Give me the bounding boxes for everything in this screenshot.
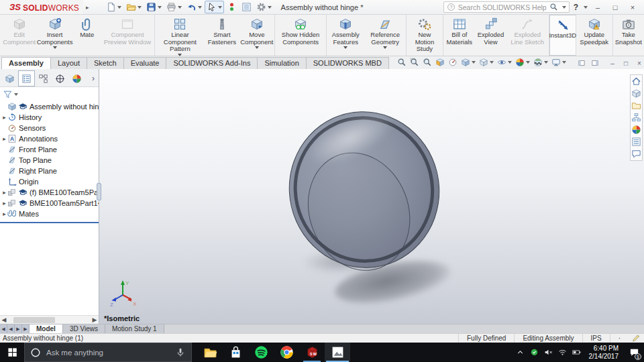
action-center-button[interactable]: 1	[625, 343, 643, 362]
tab-configurationmanager[interactable]	[52, 70, 68, 86]
expander-arrow-icon[interactable]: ▸	[1, 200, 7, 206]
view-palette-button[interactable]	[631, 113, 641, 123]
hide-show-items-button[interactable]	[496, 57, 513, 68]
help-search-box[interactable]: ? Search SOLIDWORKS Help	[443, 1, 570, 13]
minimize-button[interactable]: –	[590, 1, 605, 13]
forum-button[interactable]	[631, 149, 641, 159]
tree-item-top-plane[interactable]: Top Plane	[0, 155, 99, 166]
ribbon-item-linear-component-pattern[interactable]: Linear Component Pattern	[155, 15, 205, 56]
expander-arrow-icon[interactable]: ▸	[1, 135, 7, 142]
photos-app[interactable]	[325, 343, 350, 362]
tree-item-right-plane[interactable]: Right Plane	[0, 166, 99, 176]
battery-button[interactable]	[571, 347, 582, 358]
tree-item-mates[interactable]: ▸ Mates	[0, 208, 99, 219]
command-tab-solidworks-mbd[interactable]: SOLIDWORKS MBD	[306, 57, 389, 69]
rebuild-button[interactable]	[225, 1, 239, 13]
doc-close-button[interactable]: ×	[629, 58, 641, 68]
document-tab-motion-study-1[interactable]: Motion Study 1	[105, 324, 164, 333]
tree-item-origin[interactable]: Origin	[0, 176, 99, 187]
ribbon-item-component-preview-window[interactable]: Component Preview Window	[101, 15, 155, 56]
expander-arrow-icon[interactable]: ▸	[1, 114, 7, 121]
file-explorer-app[interactable]	[197, 343, 223, 362]
home-button[interactable]	[631, 76, 641, 86]
ribbon-item-mate[interactable]: Mate	[74, 15, 101, 56]
ribbon-item-new-motion-study[interactable]: New Motion Study	[407, 15, 444, 56]
panel-expand-chevron-icon[interactable]: ›	[89, 74, 97, 83]
design-library-button[interactable]	[631, 88, 641, 99]
section-view-button[interactable]	[435, 57, 445, 68]
options-button[interactable]	[254, 1, 274, 13]
ribbon-item-move-component[interactable]: Move Component	[239, 15, 275, 56]
file-explorer-pane-button[interactable]	[631, 101, 641, 111]
scroll-thumb[interactable]	[13, 317, 55, 323]
solidworks-app[interactable]: SW	[299, 343, 325, 362]
scroll-left-arrow[interactable]: ◀	[0, 316, 8, 323]
doc-restore-button[interactable]: □	[616, 58, 628, 68]
tray-chevron-button[interactable]	[515, 347, 526, 358]
solidworks-logo[interactable]: ЗS SOLIDWORKS	[0, 0, 83, 14]
cortana-search-box[interactable]: Ask me anything	[24, 343, 192, 362]
ribbon-item-smart-fasteners[interactable]: Smart Fasteners	[205, 15, 239, 56]
start-button[interactable]	[0, 343, 24, 362]
previous-view-button[interactable]	[422, 57, 433, 68]
prev-tab-button[interactable]: ◀	[7, 324, 15, 333]
menu-flyout-arrow-icon[interactable]: ▸	[86, 4, 89, 11]
microphone-icon[interactable]	[175, 347, 186, 358]
graphics-area[interactable]: YXZ *Isometric › Assembly without hinge …	[0, 69, 644, 324]
document-tab-3d-views[interactable]: 3D Views	[63, 324, 105, 333]
tab-propertymanager[interactable]	[35, 70, 52, 86]
ribbon-item-show-hidden-components[interactable]: Show Hidden Components	[275, 15, 326, 56]
ribbon-item-take-snapshot[interactable]: Take Snapshot	[613, 15, 644, 56]
ribbon-item-insert-components[interactable]: Insert Components	[36, 15, 73, 56]
dish-body[interactable]	[274, 97, 455, 283]
help-caret-icon[interactable]	[584, 6, 588, 9]
help-button[interactable]: ?	[572, 3, 580, 12]
volume-muted-button[interactable]	[543, 347, 554, 358]
filter-caret-icon[interactable]	[14, 93, 18, 96]
view-orientation-button[interactable]	[460, 57, 476, 68]
petri-dish-model[interactable]	[285, 108, 445, 274]
apply-scene-button[interactable]	[533, 57, 549, 68]
ribbon-item-exploded-view[interactable]: Exploded View	[475, 15, 506, 56]
print-button[interactable]	[164, 1, 184, 13]
tree-item-annotations[interactable]: ▸ A Annotations	[0, 133, 99, 144]
ribbon-item-reference-geometry[interactable]: Reference Geometry	[365, 15, 407, 56]
document-tab-model[interactable]: Model	[30, 324, 63, 333]
windows-store-app[interactable]	[223, 343, 248, 362]
doc-minimize-button[interactable]: –	[602, 58, 614, 68]
file-properties-button[interactable]	[239, 1, 254, 13]
save-button[interactable]	[144, 1, 164, 13]
panel-splitter-handle[interactable]	[97, 183, 101, 200]
expander-arrow-icon[interactable]: ▸	[1, 189, 7, 196]
close-button[interactable]: ×	[625, 1, 640, 13]
last-tab-button[interactable]: ▶	[22, 324, 30, 333]
scroll-right-arrow[interactable]: ▶	[91, 316, 99, 323]
command-tab-layout[interactable]: Layout	[50, 57, 87, 69]
tree-horizontal-scrollbar[interactable]: ◀ ▶	[0, 315, 99, 324]
wifi-button[interactable]	[557, 347, 568, 358]
command-tab-sketch[interactable]: Sketch	[87, 57, 124, 69]
tree-item-sensors[interactable]: Sensors	[0, 123, 99, 133]
command-tab-assembly[interactable]: Assembly	[1, 57, 51, 69]
view-settings-button[interactable]	[551, 57, 567, 68]
zoom-to-fit-button[interactable]	[396, 57, 407, 68]
tree-item-front-plane[interactable]: Front Plane	[0, 144, 99, 155]
tree-item-history[interactable]: ▸ History	[0, 112, 99, 123]
clock[interactable]: 6:40 PM 2/14/2017	[585, 345, 623, 361]
display-style-button[interactable]	[478, 57, 494, 68]
search-caret-icon[interactable]	[562, 6, 566, 9]
ribbon-item-edit-component[interactable]: Edit Component	[3, 15, 36, 56]
tree-item-f-bme100team5part1-1[interactable]: ▸ (f) BME100Team5Part1<1	[0, 187, 99, 198]
spotify-app[interactable]	[248, 343, 274, 362]
command-tab-solidworks-add-ins[interactable]: SOLIDWORKS Add-Ins	[166, 57, 258, 69]
tree-item-bme100team5part1-2[interactable]: ▸ BME100Team5Part1<2>	[0, 198, 99, 208]
select-button[interactable]	[205, 1, 224, 13]
annotation-views-button[interactable]	[447, 57, 458, 68]
chrome-app[interactable]	[274, 343, 299, 362]
tab-featuremanager[interactable]	[18, 70, 35, 86]
command-tab-simulation[interactable]: Simulation	[257, 57, 306, 69]
scroll-track[interactable]	[8, 317, 91, 323]
next-window-button[interactable]	[589, 58, 601, 68]
open-button[interactable]	[124, 1, 144, 13]
tab-displaymanager[interactable]	[68, 70, 85, 86]
